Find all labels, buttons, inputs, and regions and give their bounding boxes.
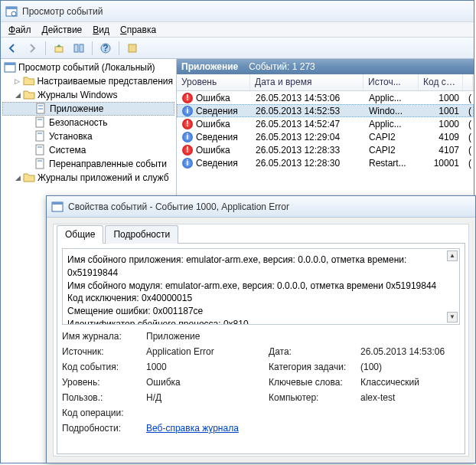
event-row[interactable]: !Ошибка26.05.2013 14:52:47Applic...1000(: [177, 117, 474, 130]
label-source: Источник:: [62, 346, 146, 357]
tree-label: Безопасность: [49, 117, 108, 128]
label-computer: Компьютер:: [269, 392, 360, 403]
col-datetime[interactable]: Дата и время: [250, 74, 364, 90]
level-text: Ошибка: [196, 145, 230, 156]
log-icon: [34, 158, 47, 170]
log-icon: [35, 103, 47, 115]
event-row[interactable]: iСведения26.05.2013 12:29:04CAPI24109(: [177, 130, 474, 143]
menu-help[interactable]: Справка: [116, 23, 161, 37]
svg-text:?: ?: [103, 43, 108, 54]
label-level: Уровень:: [62, 377, 146, 388]
cell-datetime: 26.05.2013 14:53:06: [251, 93, 364, 103]
cell-code: 10001: [419, 158, 464, 169]
event-list[interactable]: !Ошибка26.05.2013 14:53:06Applic...1000(…: [177, 91, 474, 169]
tree-application[interactable]: Приложение: [2, 102, 174, 116]
tree-system[interactable]: Система: [2, 143, 174, 157]
label-category: Категория задачи:: [269, 362, 360, 372]
collapse-icon[interactable]: ◢: [13, 173, 22, 182]
content-title: Приложение: [181, 61, 238, 72]
cell-code: 4107: [419, 145, 464, 156]
tree-app-service-logs[interactable]: ◢ Журналы приложений и служб: [2, 171, 174, 185]
desc-line: 0x51919844: [67, 267, 455, 280]
tree-windows-logs[interactable]: ◢ Журналы Windows: [2, 88, 174, 102]
label-logname: Имя журнала:: [62, 331, 146, 342]
cell-code: 1000: [419, 119, 464, 129]
svg-rect-12: [38, 105, 43, 106]
cell-source: CAPI2: [364, 145, 419, 156]
svg-rect-17: [37, 133, 42, 134]
tab-details[interactable]: Подробности: [105, 225, 178, 244]
expand-icon[interactable]: ▷: [13, 77, 22, 86]
view-button[interactable]: [70, 40, 87, 57]
tab-strip: Общие Подробности: [57, 225, 468, 244]
label-eventid: Код события:: [62, 362, 146, 372]
forward-button[interactable]: [24, 40, 41, 57]
dialog-body: Общие Подробности Имя сбойного приложени…: [53, 224, 469, 457]
svg-rect-23: [52, 202, 63, 205]
menu-view[interactable]: Вид: [88, 23, 114, 37]
titlebar[interactable]: Просмотр событий: [1, 1, 474, 22]
tree-label: Система: [49, 145, 86, 156]
cell-source: Windo...: [364, 106, 419, 116]
svg-rect-8: [129, 44, 136, 52]
menu-file[interactable]: Файл: [4, 23, 36, 37]
back-button[interactable]: [4, 40, 21, 57]
tree-label: Журналы приложений и служб: [37, 172, 169, 183]
col-extra[interactable]: [463, 74, 473, 90]
level-text: Сведения: [196, 158, 238, 169]
tree-label: Журналы Windows: [37, 90, 117, 100]
log-icon: [34, 144, 47, 156]
error-icon: !: [182, 93, 193, 103]
tree-label: Приложение: [50, 103, 103, 114]
event-row[interactable]: iСведения26.05.2013 12:28:30Restart...10…: [177, 156, 474, 169]
folder-icon: [23, 172, 35, 184]
dialog-titlebar[interactable]: Свойства событий - Событие 1000, Applica…: [47, 196, 475, 218]
scroll-down-button[interactable]: ▼: [447, 312, 458, 323]
label-moreinfo: Подробности:: [62, 423, 146, 434]
toolbar-separator: [119, 41, 119, 55]
event-row[interactable]: iСведения26.05.2013 14:52:53Windo...1001…: [177, 104, 474, 117]
description-box[interactable]: Имя сбойного приложения: emulator-arm.ex…: [62, 248, 460, 325]
info-icon: i: [182, 106, 193, 116]
help-link[interactable]: Веб-справка журнала: [146, 423, 239, 434]
dialog-icon: [51, 201, 64, 213]
cell-source: Applic...: [364, 93, 419, 103]
event-row[interactable]: !Ошибка26.05.2013 14:53:06Applic...1000(: [177, 91, 474, 104]
up-button[interactable]: [51, 40, 67, 57]
tree-label: Установка: [49, 131, 93, 142]
col-level[interactable]: Уровень: [177, 74, 250, 90]
tree-custom-views[interactable]: ▷ Настраиваемые представления: [2, 74, 174, 88]
menubar: Файл Действие Вид Справка: [1, 22, 474, 38]
refresh-button[interactable]: [124, 40, 141, 57]
col-source[interactable]: Источ...: [364, 74, 419, 90]
help-button[interactable]: ?: [97, 40, 114, 57]
cell-datetime: 26.05.2013 14:52:53: [251, 106, 364, 116]
scroll-up-button[interactable]: ▲: [447, 251, 458, 261]
info-icon: i: [182, 132, 193, 142]
col-code[interactable]: Код со...: [419, 74, 463, 90]
tree-security[interactable]: Безопасность: [2, 116, 174, 129]
cell-extra: (: [464, 158, 473, 169]
svg-rect-19: [37, 146, 42, 148]
svg-rect-5: [80, 44, 83, 52]
svg-rect-10: [5, 63, 15, 65]
cell-datetime: 26.05.2013 12:29:04: [251, 132, 364, 142]
tab-general[interactable]: Общие: [57, 225, 103, 244]
tab-general-pane: Имя сбойного приложения: emulator-arm.ex…: [57, 243, 465, 454]
cell-source: CAPI2: [364, 132, 419, 142]
cell-extra: (: [464, 145, 473, 156]
cell-source: Restart...: [364, 158, 419, 169]
tree-forwarded[interactable]: Перенаправленные событи: [2, 157, 174, 171]
menu-action[interactable]: Действие: [37, 23, 87, 37]
tree-label: Просмотр событий (Локальный): [18, 62, 155, 73]
collapse-icon[interactable]: ◢: [13, 90, 22, 100]
cell-datetime: 26.05.2013 12:28:30: [251, 158, 364, 169]
toolbar-separator: [92, 41, 93, 55]
cell-code: 4109: [419, 132, 464, 142]
event-properties-dialog[interactable]: Свойства событий - Событие 1000, Applica…: [46, 195, 476, 463]
tree-root[interactable]: Просмотр событий (Локальный): [2, 61, 174, 74]
tree-setup[interactable]: Установка: [2, 129, 174, 143]
value-user: Н/Д: [146, 392, 269, 403]
value-opcode: [146, 408, 460, 418]
event-row[interactable]: !Ошибка26.05.2013 12:28:33CAPI24107(: [177, 143, 474, 156]
